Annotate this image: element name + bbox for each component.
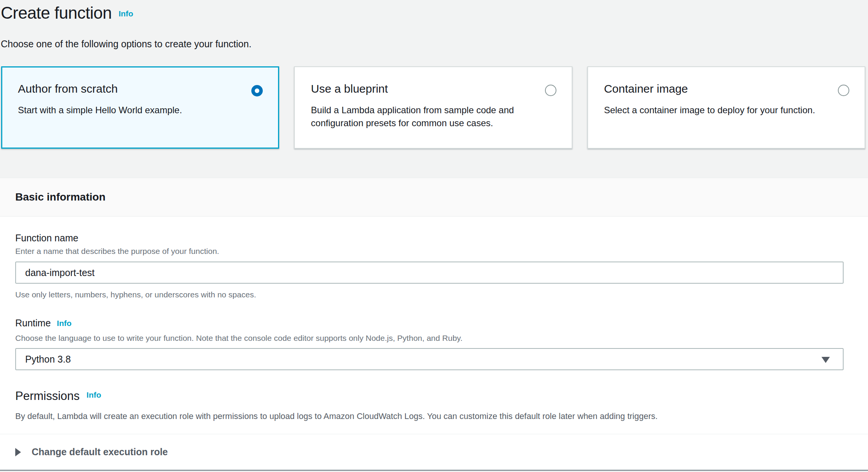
radio-selected-icon[interactable]	[251, 85, 263, 96]
function-name-label: Function name	[15, 233, 856, 243]
radio-unselected-icon[interactable]	[838, 85, 849, 96]
expand-arrow-icon	[15, 448, 21, 456]
change-default-execution-role-toggle[interactable]: Change default execution role	[0, 434, 868, 470]
basic-information-panel: Function name Enter a name that describe…	[0, 217, 868, 434]
option-card-author-from-scratch[interactable]: Author from scratch Start with a simple …	[1, 66, 279, 149]
card-description: Select a container image to deploy for y…	[604, 104, 830, 117]
card-title: Author from scratch	[18, 82, 244, 95]
runtime-selected-value: Python 3.8	[25, 354, 71, 365]
permissions-description: By default, Lambda will create an execut…	[15, 411, 856, 421]
basic-information-section-header: Basic information	[0, 178, 868, 217]
create-function-info-link[interactable]: Info	[119, 9, 133, 18]
creation-option-cards: Author from scratch Start with a simple …	[1, 66, 865, 149]
section-divider	[0, 470, 868, 471]
function-name-helper: Enter a name that describes the purpose …	[15, 247, 856, 256]
expander-label: Change default execution role	[32, 446, 168, 458]
radio-unselected-icon[interactable]	[545, 85, 556, 96]
option-card-container-image[interactable]: Container image Select a container image…	[587, 66, 865, 149]
page-subtitle: Choose one of the following options to c…	[1, 38, 868, 50]
runtime-label: Runtime	[15, 318, 51, 328]
option-card-use-a-blueprint[interactable]: Use a blueprint Build a Lambda applicati…	[294, 66, 572, 149]
runtime-info-link[interactable]: Info	[57, 319, 71, 328]
function-name-constraint: Use only letters, numbers, hyphens, or u…	[15, 290, 856, 299]
card-title: Use a blueprint	[311, 82, 537, 95]
runtime-select[interactable]: Python 3.8	[15, 348, 844, 370]
card-description: Start with a simple Hello World example.	[18, 104, 244, 117]
runtime-helper: Choose the language to use to write your…	[15, 334, 856, 343]
chevron-down-icon	[821, 357, 830, 363]
card-title: Container image	[604, 82, 830, 95]
page-title: Create function	[1, 3, 112, 22]
permissions-heading: Permissions	[15, 389, 80, 404]
basic-information-heading: Basic information	[15, 192, 868, 202]
page-header: Create functionInfo Choose one of the fo…	[0, 0, 868, 50]
card-description: Build a Lambda application from sample c…	[311, 104, 537, 130]
permissions-info-link[interactable]: Info	[87, 390, 101, 399]
function-name-input[interactable]	[15, 262, 844, 284]
